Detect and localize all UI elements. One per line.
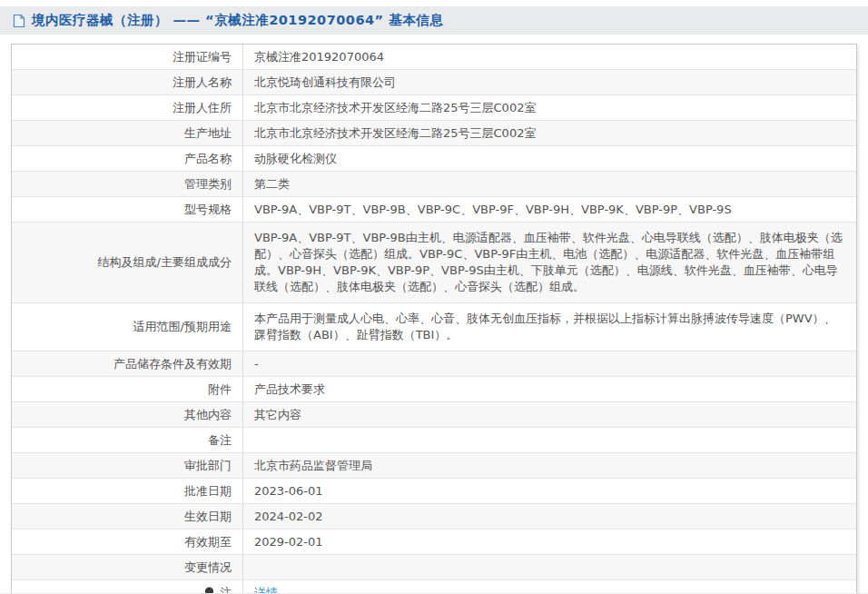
row-value: 京械注准20192070064	[243, 45, 856, 69]
row-value: 2024-02-02	[243, 504, 856, 529]
table-row-registrant-address: 注册人住所 北京市北京经济技术开发区经海二路25号三层C002室	[12, 94, 856, 120]
row-value: -	[243, 351, 856, 376]
row-label: 有效期至	[12, 530, 243, 554]
row-label: 型号规格	[12, 197, 243, 222]
row-label: 注册人住所	[12, 95, 243, 120]
table-row-management-class: 管理类别 第二类	[12, 171, 856, 196]
row-value: VBP-9A、VBP-9T、VBP-9B、VBP-9C、VBP-9F、VBP-9…	[243, 197, 856, 222]
row-value	[243, 428, 856, 452]
table-row-attachment: 附件 产品技术要求	[12, 376, 856, 401]
row-label: 注册证编号	[12, 45, 243, 69]
row-label: 结构及组成/主要组成成分	[12, 223, 243, 302]
row-value: 其它内容	[243, 402, 856, 427]
row-value: 第二类	[243, 172, 856, 196]
row-label: 产品储存条件及有效期	[12, 351, 243, 376]
table-row-reg-number: 注册证编号 京械注准20192070064	[12, 45, 856, 69]
row-value: 北京市药品监督管理局	[243, 453, 856, 478]
table-row-composition: 结构及组成/主要组成成分 VBP-9A、VBP-9T、VBP-9B由主机、电源适…	[12, 222, 856, 302]
row-label: 审批部门	[12, 453, 243, 478]
registration-info-table: 注册证编号 京械注准20192070064 注册人名称 北京悦琦创通科技有限公司…	[11, 44, 857, 594]
row-value: 2023-06-01	[243, 479, 856, 503]
table-row-approval-department: 审批部门 北京市药品监督管理局	[12, 452, 856, 478]
row-value: 产品技术要求	[243, 377, 856, 401]
document-icon	[13, 14, 25, 28]
table-row-model-spec: 型号规格 VBP-9A、VBP-9T、VBP-9B、VBP-9C、VBP-9F、…	[12, 196, 856, 222]
row-label: 产品名称	[12, 146, 243, 171]
row-value: 本产品用于测量成人心电、心率、心音、肢体无创血压指标，并根据以上指标计算出脉搏波…	[243, 303, 856, 351]
row-value: 北京市北京经济技术开发区经海二路25号三层C002室	[243, 95, 856, 120]
row-label: 注册人名称	[12, 70, 243, 94]
row-label: 批准日期	[12, 479, 243, 503]
table-row-product-name: 产品名称 动脉硬化检测仪	[12, 145, 856, 171]
table-row-remarks: 备注	[12, 427, 856, 452]
page-title: 境内医疗器械（注册） —— “京械注准20192070064” 基本信息	[32, 12, 443, 29]
table-row-approval-date: 批准日期 2023-06-01	[12, 478, 856, 503]
table-row-expiry-date: 有效期至 2029-02-01	[12, 529, 856, 554]
row-label: 附件	[12, 377, 243, 401]
table-row-other-content: 其他内容 其它内容	[12, 401, 856, 427]
page: 境内医疗器械（注册） —— “京械注准20192070064” 基本信息 注册证…	[0, 6, 868, 594]
table-row-effective-date: 生效日期 2024-02-02	[12, 503, 856, 529]
page-header: 境内医疗器械（注册） —— “京械注准20192070064” 基本信息	[0, 6, 868, 35]
row-label: 备注	[12, 428, 243, 452]
row-label: 变更情况	[12, 555, 243, 579]
table-row-change-status: 变更情况	[12, 554, 856, 579]
row-value: 2029-02-01	[243, 530, 856, 554]
row-value: 北京悦琦创通科技有限公司	[243, 70, 856, 94]
row-label: 管理类别	[12, 172, 243, 196]
row-label: 其他内容	[12, 402, 243, 427]
row-value: 详情	[243, 580, 856, 594]
row-value: 动脉硬化检测仪	[243, 146, 856, 171]
row-label: 生效日期	[12, 504, 243, 529]
row-label: 适用范围/预期用途	[12, 303, 243, 351]
row-value	[243, 555, 856, 579]
row-label: 生产地址	[12, 121, 243, 145]
row-label: 注	[12, 580, 243, 594]
table-row-storage-validity: 产品储存条件及有效期 -	[12, 351, 856, 376]
table-row-registrant-name: 注册人名称 北京悦琦创通科技有限公司	[12, 69, 856, 94]
row-value: 北京市北京经济技术开发区经海二路25号三层C002室	[243, 121, 856, 145]
row-value: VBP-9A、VBP-9T、VBP-9B由主机、电源适配器、血压袖带、软件光盘、…	[243, 223, 856, 302]
table-row-note: 注 详情	[12, 579, 856, 594]
table-row-production-address: 生产地址 北京市北京经济技术开发区经海二路25号三层C002室	[12, 120, 856, 145]
table-row-intended-use: 适用范围/预期用途 本产品用于测量成人心电、心率、心音、肢体无创血压指标，并根据…	[12, 302, 856, 351]
